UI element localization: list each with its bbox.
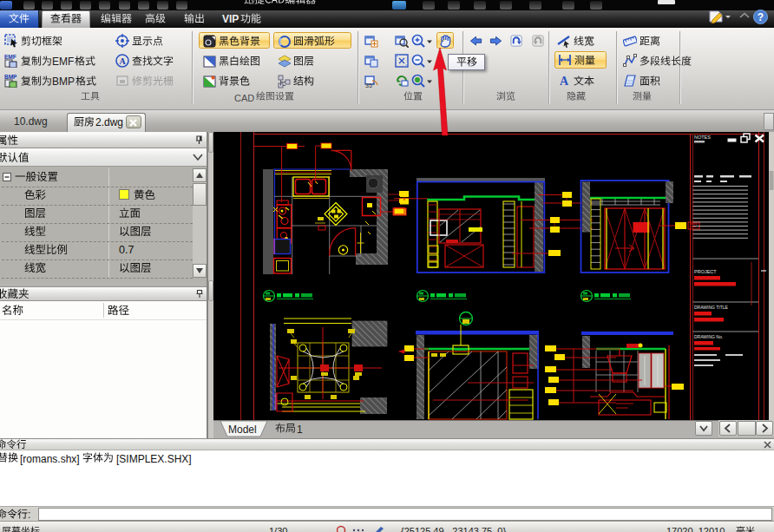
svg-text:DRAWING TITLE: DRAWING TITLE bbox=[694, 305, 729, 310]
svg-text:DRAWING No.: DRAWING No. bbox=[694, 334, 723, 339]
svg-text:?: ? bbox=[758, 11, 764, 23]
svg-text:EMF: EMF bbox=[4, 54, 16, 60]
svg-text:A: A bbox=[119, 56, 126, 66]
svg-text:Model: Model bbox=[228, 424, 257, 436]
svg-text:PROJECT: PROJECT bbox=[694, 269, 717, 274]
svg-text:A: A bbox=[560, 75, 569, 88]
svg-text:NOTES: NOTES bbox=[694, 135, 711, 140]
svg-text:BMP: BMP bbox=[4, 74, 17, 80]
svg-text:35°: 35° bbox=[365, 82, 375, 88]
